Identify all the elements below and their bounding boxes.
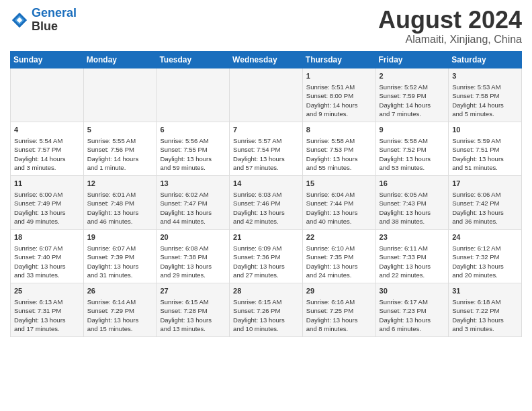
weekday-header-row: SundayMondayTuesdayWednesdayThursdayFrid… <box>11 51 522 68</box>
calendar-cell: 19Sunrise: 6:07 AMSunset: 7:39 PMDayligh… <box>83 229 157 283</box>
week-row-3: 11Sunrise: 6:00 AMSunset: 7:49 PMDayligh… <box>11 175 522 229</box>
day-info: Daylight: 13 hours <box>452 262 518 271</box>
week-row-5: 25Sunrise: 6:13 AMSunset: 7:31 PMDayligh… <box>11 283 522 336</box>
logo-line2: Blue <box>32 20 77 34</box>
calendar-cell: 11Sunrise: 6:00 AMSunset: 7:49 PMDayligh… <box>11 175 84 229</box>
day-info: Sunset: 7:54 PM <box>233 145 299 154</box>
day-info: and 31 minutes. <box>87 271 153 279</box>
calendar-cell: 7Sunrise: 5:57 AMSunset: 7:54 PMDaylight… <box>230 122 303 175</box>
logo-icon <box>10 11 29 30</box>
day-info: and 7 minutes. <box>380 109 445 118</box>
day-info: Sunset: 7:39 PM <box>87 253 153 261</box>
day-info: Sunset: 7:31 PM <box>14 306 80 315</box>
day-info: Sunrise: 6:00 AM <box>14 190 80 199</box>
day-info: and 1 minute. <box>87 163 153 172</box>
day-number: 31 <box>452 286 518 296</box>
calendar-cell: 18Sunrise: 6:07 AMSunset: 7:40 PMDayligh… <box>11 229 84 283</box>
day-info: and 17 minutes. <box>14 324 80 333</box>
day-info: Sunrise: 5:57 AM <box>233 136 299 145</box>
calendar-cell <box>230 68 303 122</box>
day-info: Daylight: 13 hours <box>306 154 372 163</box>
day-info: Sunrise: 6:02 AM <box>160 190 226 199</box>
day-number: 25 <box>14 286 80 296</box>
day-info: Daylight: 13 hours <box>160 316 226 324</box>
day-number: 5 <box>87 125 153 135</box>
day-info: Daylight: 13 hours <box>306 208 372 217</box>
day-info: Daylight: 13 hours <box>14 208 80 217</box>
logo-line1: General <box>32 6 77 19</box>
day-info: Sunrise: 6:04 AM <box>306 190 372 199</box>
day-number: 4 <box>14 125 80 135</box>
calendar-cell: 25Sunrise: 6:13 AMSunset: 7:31 PMDayligh… <box>11 283 84 336</box>
day-info: Daylight: 13 hours <box>233 208 299 217</box>
day-info: Daylight: 13 hours <box>233 316 299 324</box>
day-number: 22 <box>306 232 372 242</box>
day-number: 7 <box>233 125 299 135</box>
day-number: 28 <box>233 286 299 296</box>
calendar-cell: 6Sunrise: 5:56 AMSunset: 7:55 PMDaylight… <box>157 122 230 175</box>
day-info: Sunrise: 5:56 AM <box>160 136 226 145</box>
day-info: and 42 minutes. <box>233 217 299 226</box>
day-info: Daylight: 14 hours <box>380 101 445 109</box>
day-info: and 51 minutes. <box>452 163 518 172</box>
day-info: Daylight: 13 hours <box>380 316 445 324</box>
day-info: Sunset: 7:48 PM <box>87 199 153 208</box>
day-info: Sunset: 7:42 PM <box>452 199 518 208</box>
day-info: and 13 minutes. <box>160 324 226 333</box>
calendar-cell: 8Sunrise: 5:58 AMSunset: 7:53 PMDaylight… <box>302 122 375 175</box>
week-row-2: 4Sunrise: 5:54 AMSunset: 7:57 PMDaylight… <box>11 122 522 175</box>
day-info: Sunset: 7:28 PM <box>160 306 226 315</box>
weekday-header-thursday: Thursday <box>302 51 375 68</box>
day-number: 13 <box>160 179 226 189</box>
day-info: and 53 minutes. <box>380 163 445 172</box>
day-info: and 6 minutes. <box>380 324 445 333</box>
day-info: Sunset: 7:51 PM <box>452 145 518 154</box>
calendar-cell: 12Sunrise: 6:01 AMSunset: 7:48 PMDayligh… <box>83 175 157 229</box>
logo-text: General Blue <box>32 7 77 34</box>
day-info: Sunset: 7:29 PM <box>87 306 153 315</box>
day-info: and 3 minutes. <box>14 163 80 172</box>
day-info: and 44 minutes. <box>160 217 226 226</box>
week-row-4: 18Sunrise: 6:07 AMSunset: 7:40 PMDayligh… <box>11 229 522 283</box>
day-info: and 59 minutes. <box>160 163 226 172</box>
day-info: Daylight: 14 hours <box>452 101 518 109</box>
day-info: Daylight: 14 hours <box>306 101 372 109</box>
day-number: 17 <box>452 179 518 189</box>
day-info: Sunset: 7:55 PM <box>160 145 226 154</box>
day-number: 23 <box>380 232 445 242</box>
day-info: Daylight: 13 hours <box>87 262 153 271</box>
weekday-header-saturday: Saturday <box>449 51 522 68</box>
calendar-cell: 1Sunrise: 5:51 AMSunset: 8:00 PMDaylight… <box>302 68 375 122</box>
day-info: Sunset: 8:00 PM <box>306 91 372 100</box>
calendar-cell: 21Sunrise: 6:09 AMSunset: 7:36 PMDayligh… <box>230 229 303 283</box>
calendar-cell: 20Sunrise: 6:08 AMSunset: 7:38 PMDayligh… <box>157 229 230 283</box>
day-number: 2 <box>380 71 445 81</box>
day-info: Sunrise: 6:01 AM <box>87 190 153 199</box>
day-info: Daylight: 13 hours <box>452 316 518 324</box>
day-number: 18 <box>14 232 80 242</box>
day-info: and 29 minutes. <box>160 271 226 279</box>
day-info: Sunset: 7:59 PM <box>380 91 445 100</box>
weekday-header-tuesday: Tuesday <box>157 51 230 68</box>
day-info: and 8 minutes. <box>306 324 372 333</box>
day-number: 29 <box>306 286 372 296</box>
day-info: and 55 minutes. <box>306 163 372 172</box>
day-number: 3 <box>452 71 518 81</box>
title-block: August 2024 Alamaiti, Xinjiang, China <box>378 7 522 46</box>
day-number: 6 <box>160 125 226 135</box>
day-info: Sunrise: 5:54 AM <box>14 136 80 145</box>
calendar-cell: 28Sunrise: 6:15 AMSunset: 7:26 PMDayligh… <box>230 283 303 336</box>
day-info: and 49 minutes. <box>14 217 80 226</box>
calendar-cell <box>11 68 84 122</box>
calendar-cell: 31Sunrise: 6:18 AMSunset: 7:22 PMDayligh… <box>449 283 522 336</box>
day-info: Sunset: 7:25 PM <box>306 306 372 315</box>
day-number: 11 <box>14 179 80 189</box>
day-info: Daylight: 13 hours <box>14 316 80 324</box>
day-number: 27 <box>160 286 226 296</box>
day-info: Sunrise: 6:09 AM <box>233 244 299 253</box>
calendar-cell: 29Sunrise: 6:16 AMSunset: 7:25 PMDayligh… <box>302 283 375 336</box>
calendar-cell: 24Sunrise: 6:12 AMSunset: 7:32 PMDayligh… <box>449 229 522 283</box>
calendar-cell <box>83 68 157 122</box>
day-info: Daylight: 13 hours <box>452 154 518 163</box>
day-info: Sunset: 7:43 PM <box>380 199 445 208</box>
